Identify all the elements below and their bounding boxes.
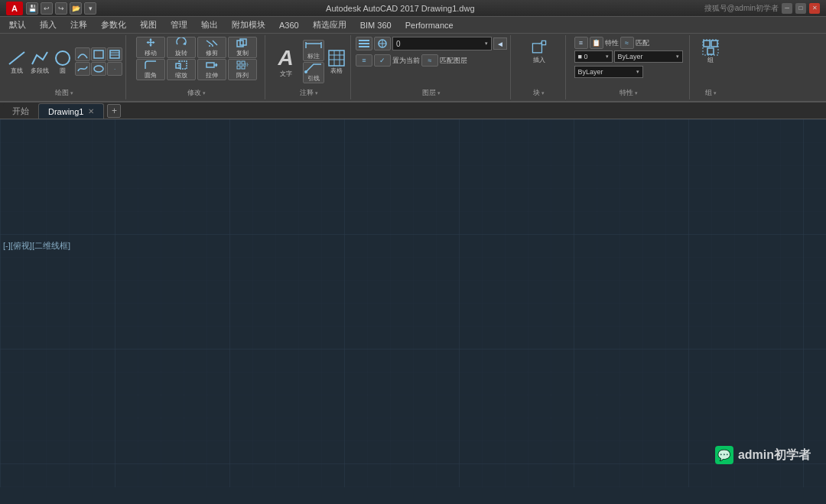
watermark: 💬 admin初学者 <box>715 446 811 464</box>
watermark-text: admin初学者 <box>738 447 811 463</box>
svg-rect-42 <box>0 119 826 487</box>
menu-view[interactable]: 视图 <box>134 18 163 32</box>
redo-icon[interactable]: ↪ <box>55 2 67 15</box>
table-tool[interactable]: 表格 <box>326 47 347 76</box>
svg-line-7 <box>206 41 213 45</box>
menu-default[interactable]: 默认 <box>3 18 32 32</box>
props-group-label: 特性 ▾ <box>620 88 638 98</box>
layer-props-btn[interactable] <box>374 37 391 50</box>
rect-tool[interactable] <box>91 47 106 61</box>
rotate-tool[interactable]: 旋转 <box>167 37 196 58</box>
text-tool[interactable]: A 文字 <box>271 44 301 80</box>
move-tool[interactable]: 移动 <box>136 37 165 58</box>
leader-tool[interactable]: 引线 <box>303 62 324 83</box>
drawing1-tab[interactable]: Drawing1 ✕ <box>38 103 104 119</box>
open-icon[interactable]: 📂 <box>70 2 82 15</box>
set-current-btn[interactable]: ✓ <box>374 54 391 67</box>
undo-icon[interactable]: ↩ <box>41 2 53 15</box>
copy-tool[interactable]: 复制 <box>228 37 257 58</box>
maximize-btn[interactable]: □ <box>795 3 806 14</box>
draw-group: 直线 多段线 圆 <box>3 35 126 99</box>
minimize-btn[interactable]: ─ <box>782 3 792 14</box>
start-tab[interactable]: 开始 <box>3 103 38 119</box>
match-props-btn[interactable]: ≡ <box>574 37 588 49</box>
svg-rect-14 <box>206 63 214 67</box>
block-group-label: 块 ▾ <box>533 88 545 98</box>
menu-performance[interactable]: Performance <box>399 19 460 31</box>
arc-tool[interactable] <box>75 47 90 61</box>
color-dropdown[interactable]: ■ 0 ▾ <box>574 50 613 63</box>
menu-annotation[interactable]: 注释 <box>64 18 93 32</box>
modify-group: 移动 旋转 修剪 复制 <box>128 35 265 99</box>
svg-rect-40 <box>703 40 718 55</box>
layer-tools: 0 ▾ ◄ ≡ ✓ 置为当前 ≈ 匹配图层 <box>356 37 507 86</box>
props-tools: ≡ 📋 特性 ≈ 匹配 ■ 0 ▾ ByLayer ▾ <box>574 37 683 86</box>
ellipse-tool[interactable] <box>91 62 106 76</box>
layer-panel-btn[interactable] <box>356 37 372 50</box>
watermark-top: 搜狐号@admin初学者 <box>704 3 779 14</box>
save-icon[interactable]: 💾 <box>26 2 38 15</box>
layer-dropdown[interactable]: 0 ▾ <box>392 37 492 50</box>
annotation-group-label: 注释 ▾ <box>300 88 318 98</box>
match-prop-btn[interactable]: ≈ <box>421 54 438 67</box>
layer-prev-btn[interactable]: ◄ <box>493 37 507 50</box>
svg-rect-15 <box>237 61 240 64</box>
tab-close-icon[interactable]: ✕ <box>88 107 94 115</box>
svg-rect-39 <box>707 48 714 54</box>
add-tab-btn[interactable]: + <box>107 104 121 118</box>
dim-col: 标注 引线 <box>303 40 324 83</box>
scale-tool[interactable]: 缩放 <box>167 59 196 80</box>
svg-rect-29 <box>359 40 369 41</box>
dimension-tool[interactable]: 标注 <box>303 40 324 61</box>
close-btn[interactable]: ✕ <box>809 3 820 14</box>
group-tools: 组 <box>700 37 721 86</box>
menu-featured[interactable]: 精选应用 <box>307 18 353 32</box>
array-tool[interactable]: 阵列 <box>228 59 257 80</box>
fillet-tool[interactable]: 圆角 <box>136 59 165 80</box>
match-layer-btn[interactable]: ≡ <box>356 54 372 67</box>
block-group: 插入 块 ▾ <box>512 35 566 99</box>
group-group: 组 组 ▾ <box>691 35 730 99</box>
layer-group-label: 图层 ▾ <box>422 88 441 98</box>
group-tool[interactable]: 组 <box>700 37 721 66</box>
menu-manage[interactable]: 管理 <box>164 18 193 32</box>
text-label: 文字 <box>280 70 292 78</box>
menu-insert[interactable]: 插入 <box>34 18 63 32</box>
polyline-tool[interactable]: 多段线 <box>29 47 50 76</box>
insert-tool[interactable]: 插入 <box>528 37 550 66</box>
svg-rect-19 <box>246 63 248 66</box>
circle-tool[interactable]: 圆 <box>52 47 73 76</box>
stretch-tool[interactable]: 拉伸 <box>197 59 226 80</box>
match-btn[interactable]: ≈ <box>620 37 634 49</box>
svg-rect-2 <box>94 50 103 58</box>
svg-point-1 <box>56 51 70 65</box>
point-tool[interactable]: · <box>107 62 122 76</box>
svg-rect-38 <box>711 41 717 47</box>
more-icon[interactable]: ▾ <box>84 2 96 15</box>
viewport-label: [-][俯视][二维线框] <box>3 240 70 252</box>
line-tool[interactable]: 直线 <box>6 47 28 76</box>
menu-a360[interactable]: A360 <box>273 19 305 31</box>
svg-rect-18 <box>242 66 245 69</box>
list-btn[interactable]: 📋 <box>590 37 603 49</box>
svg-point-23 <box>304 70 307 73</box>
menu-output[interactable]: 输出 <box>195 18 224 32</box>
linetype-dropdown[interactable]: ByLayer ▾ <box>614 50 683 63</box>
doc-tabs: 开始 Drawing1 ✕ + <box>0 102 826 119</box>
svg-rect-31 <box>359 46 369 47</box>
modify-tools: 移动 旋转 修剪 复制 <box>136 37 257 86</box>
spline-tool[interactable] <box>75 62 90 76</box>
table-label: 表格 <box>330 67 343 75</box>
insert-label: 插入 <box>533 57 545 64</box>
canvas-area[interactable]: [-][俯视][二维线框] 💬 admin初学者 <box>0 119 826 487</box>
menu-parametric[interactable]: 参数化 <box>95 18 132 32</box>
lineweight-dropdown[interactable]: ByLayer ▾ <box>574 66 643 78</box>
ribbon: 直线 多段线 圆 <box>0 34 826 102</box>
draw-tools: 直线 多段线 圆 <box>6 37 122 86</box>
menu-bim360[interactable]: BIM 360 <box>354 19 398 31</box>
trim-tool[interactable]: 修剪 <box>197 37 226 58</box>
menu-addon[interactable]: 附加模块 <box>226 18 272 32</box>
block-tools: 插入 <box>528 37 550 86</box>
hatch-tool[interactable] <box>107 47 122 61</box>
ribbon-content: 直线 多段线 圆 <box>0 34 826 101</box>
